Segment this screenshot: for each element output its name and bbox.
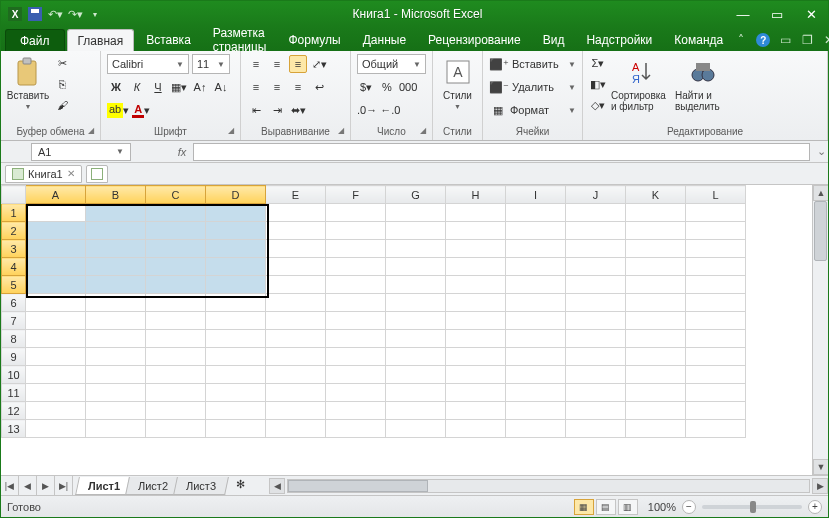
zoom-slider[interactable]: [702, 505, 802, 509]
row-header[interactable]: 9: [2, 348, 26, 366]
cell[interactable]: [206, 204, 266, 222]
cell[interactable]: [146, 204, 206, 222]
row-header[interactable]: 4: [2, 258, 26, 276]
cell[interactable]: [506, 348, 566, 366]
cell[interactable]: [206, 348, 266, 366]
tab-page-layout[interactable]: Разметка страницы: [203, 29, 277, 51]
row-header[interactable]: 1: [2, 204, 26, 222]
cell[interactable]: [26, 348, 86, 366]
cell[interactable]: [446, 330, 506, 348]
italic-button[interactable]: К: [128, 78, 146, 96]
cell[interactable]: [146, 240, 206, 258]
cell[interactable]: [266, 258, 326, 276]
number-dialog-icon[interactable]: ◢: [420, 126, 426, 135]
cell[interactable]: [566, 330, 626, 348]
cell[interactable]: [686, 420, 746, 438]
cell[interactable]: [266, 330, 326, 348]
cell[interactable]: [386, 258, 446, 276]
column-header[interactable]: A: [26, 186, 86, 204]
mdi-minimize-icon[interactable]: ▭: [777, 32, 793, 48]
cell[interactable]: [206, 258, 266, 276]
workbook-tab[interactable]: Книга1 ✕: [5, 165, 82, 183]
cell[interactable]: [686, 276, 746, 294]
tab-addins[interactable]: Надстройки: [576, 29, 662, 51]
cell[interactable]: [266, 276, 326, 294]
tab-data[interactable]: Данные: [353, 29, 416, 51]
cell[interactable]: [506, 402, 566, 420]
cell[interactable]: [386, 402, 446, 420]
mdi-close-icon[interactable]: ✕: [821, 32, 829, 48]
cell[interactable]: [86, 348, 146, 366]
column-header[interactable]: K: [626, 186, 686, 204]
cell[interactable]: [206, 330, 266, 348]
cell[interactable]: [386, 222, 446, 240]
new-workbook-button[interactable]: [86, 165, 108, 183]
close-workbook-icon[interactable]: ✕: [67, 168, 75, 179]
grow-font-icon[interactable]: A↑: [191, 78, 209, 96]
cell[interactable]: [506, 204, 566, 222]
cell[interactable]: [266, 312, 326, 330]
ribbon-minimize-icon[interactable]: ˄: [733, 32, 749, 48]
cell[interactable]: [86, 204, 146, 222]
cell[interactable]: [146, 420, 206, 438]
column-header[interactable]: B: [86, 186, 146, 204]
cell[interactable]: [506, 222, 566, 240]
expand-formula-bar-icon[interactable]: ⌄: [814, 145, 828, 158]
cell[interactable]: [506, 276, 566, 294]
underline-button[interactable]: Ч: [149, 78, 167, 96]
cell[interactable]: [386, 294, 446, 312]
cell[interactable]: [26, 204, 86, 222]
scroll-up-icon[interactable]: ▲: [813, 185, 828, 201]
align-right-icon[interactable]: ≡: [289, 78, 307, 96]
cell[interactable]: [206, 420, 266, 438]
cell[interactable]: [566, 258, 626, 276]
increase-decimal-icon[interactable]: .0→: [357, 101, 377, 119]
cell[interactable]: [626, 222, 686, 240]
cell[interactable]: [506, 420, 566, 438]
cell[interactable]: [146, 402, 206, 420]
cell[interactable]: [686, 312, 746, 330]
format-cells-icon[interactable]: ▦: [489, 101, 507, 119]
view-page-break-icon[interactable]: ▥: [618, 499, 638, 515]
row-header[interactable]: 3: [2, 240, 26, 258]
cell[interactable]: [626, 240, 686, 258]
align-bottom-icon[interactable]: ≡: [289, 55, 307, 73]
fill-icon[interactable]: ◧▾: [589, 75, 607, 93]
cell[interactable]: [266, 420, 326, 438]
clipboard-dialog-icon[interactable]: ◢: [88, 126, 94, 135]
cell[interactable]: [26, 312, 86, 330]
cell[interactable]: [686, 240, 746, 258]
close-button[interactable]: ✕: [794, 3, 828, 25]
insert-cells-button[interactable]: Вставить: [512, 58, 565, 70]
tab-formulas[interactable]: Формулы: [278, 29, 350, 51]
cell[interactable]: [686, 366, 746, 384]
cell[interactable]: [626, 294, 686, 312]
cell[interactable]: [506, 384, 566, 402]
cell[interactable]: [266, 366, 326, 384]
align-middle-icon[interactable]: ≡: [268, 55, 286, 73]
cell[interactable]: [386, 348, 446, 366]
increase-indent-icon[interactable]: ⇥: [268, 101, 286, 119]
decrease-indent-icon[interactable]: ⇤: [247, 101, 265, 119]
row-header[interactable]: 7: [2, 312, 26, 330]
cell[interactable]: [386, 384, 446, 402]
cell[interactable]: [326, 366, 386, 384]
vertical-scrollbar[interactable]: ▲ ▼: [812, 185, 828, 475]
shrink-font-icon[interactable]: A↓: [212, 78, 230, 96]
cell[interactable]: [686, 330, 746, 348]
minimize-button[interactable]: —: [726, 3, 760, 25]
row-header[interactable]: 11: [2, 384, 26, 402]
cell[interactable]: [26, 240, 86, 258]
cell[interactable]: [626, 276, 686, 294]
row-header[interactable]: 10: [2, 366, 26, 384]
file-tab[interactable]: Файл: [5, 29, 65, 51]
sort-filter-button[interactable]: АЯ Сортировка и фильтр: [611, 54, 671, 112]
cell[interactable]: [206, 294, 266, 312]
cell[interactable]: [446, 348, 506, 366]
cell[interactable]: [446, 384, 506, 402]
cell[interactable]: [686, 222, 746, 240]
tab-review[interactable]: Рецензирование: [418, 29, 531, 51]
view-page-layout-icon[interactable]: ▤: [596, 499, 616, 515]
cell[interactable]: [566, 348, 626, 366]
cell[interactable]: [446, 222, 506, 240]
